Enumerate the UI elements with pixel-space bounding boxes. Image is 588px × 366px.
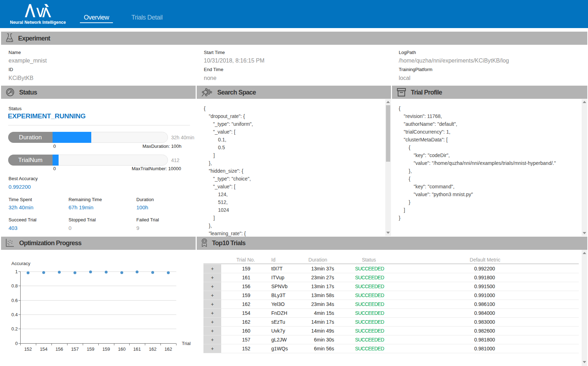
svg-text:0: 0 (15, 341, 18, 346)
svg-text:Trial: Trial (182, 341, 191, 346)
svg-text:1: 1 (15, 269, 18, 274)
svg-text:159: 159 (102, 346, 110, 352)
svg-text:161: 161 (133, 346, 141, 352)
svg-text:154: 154 (40, 346, 48, 352)
svg-text:162: 162 (149, 346, 157, 352)
svg-text:0.4: 0.4 (11, 312, 18, 317)
svg-text:159: 159 (87, 346, 94, 352)
svg-text:156: 156 (55, 346, 63, 352)
svg-text:0.8: 0.8 (11, 283, 18, 289)
svg-text:0.2: 0.2 (11, 326, 18, 332)
svg-text:160: 160 (118, 346, 126, 352)
svg-text:152: 152 (24, 346, 32, 352)
svg-text:0.6: 0.6 (11, 298, 18, 303)
svg-text:157: 157 (71, 346, 79, 352)
svg-text:162: 162 (164, 346, 172, 352)
svg-text:Accuracy: Accuracy (11, 261, 31, 266)
